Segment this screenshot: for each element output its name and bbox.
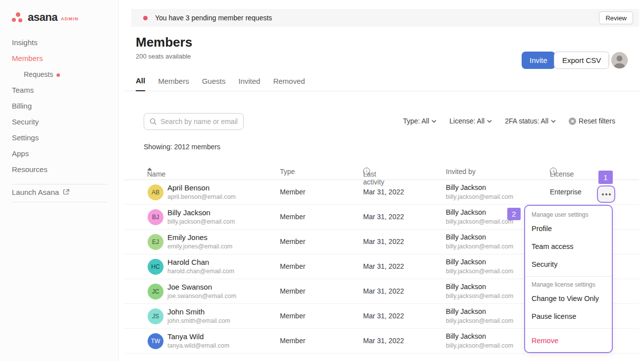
member-email: john.smith@email.com (167, 317, 230, 324)
external-link-icon (63, 189, 69, 195)
chevron-down-icon (551, 120, 556, 123)
invited-by-name: Billy Jackson (446, 283, 486, 291)
last-activity: Mar 31, 2022 (363, 287, 404, 295)
invited-by-email: billy.jackson@email.com (446, 193, 513, 200)
asana-admin-console: asana ADMIN Insights Members Requests Te… (0, 0, 644, 361)
sidebar-item-billing[interactable]: Billing (0, 98, 118, 114)
license-filter-label: License: All (449, 117, 484, 125)
member-type: Member (280, 262, 305, 270)
menu-item-security[interactable]: Security (525, 255, 612, 273)
sidebar-item-resources[interactable]: Resources (0, 162, 118, 178)
export-csv-button[interactable]: Export CSV (554, 52, 609, 69)
row-actions-button[interactable] (597, 185, 615, 203)
member-type: Member (280, 213, 305, 221)
menu-item-profile[interactable]: Profile (525, 220, 612, 238)
column-name-label: Name (147, 170, 165, 178)
admin-badge: ADMIN (61, 16, 79, 21)
review-button[interactable]: Review (599, 11, 633, 24)
tab-invited[interactable]: Invited (238, 77, 260, 91)
column-invited-by[interactable]: Invited by (446, 168, 476, 176)
brand-name: asana (28, 11, 57, 24)
type-filter-label: Type: All (403, 117, 429, 125)
invited-by-name: Billy Jackson (446, 307, 486, 315)
invite-button[interactable]: Invite (522, 52, 555, 69)
last-activity: Mar 31, 2022 (363, 188, 404, 196)
alert-dot-icon (143, 16, 148, 20)
annotation-step-1: 1 (598, 171, 613, 184)
sidebar-item-insights[interactable]: Insights (0, 35, 118, 51)
seats-available: 200 seats available (136, 53, 191, 60)
member-name: April Benson (167, 183, 210, 192)
member-email: joe.swanson@email.com (167, 293, 236, 300)
menu-item-change-to-view-only[interactable]: Change to View Only (525, 290, 612, 307)
member-name: Billy Jackson (167, 208, 211, 217)
launch-asana-label: Launch Asana (12, 188, 59, 196)
type-filter[interactable]: Type: All (403, 117, 436, 125)
member-email: tanya.wild@email.com (167, 342, 229, 349)
last-activity: Mar 31, 2022 (363, 337, 404, 345)
column-license[interactable]: Licensei (550, 168, 557, 175)
menu-item-team-access[interactable]: Team access (525, 238, 612, 255)
sidebar-nav: Insights Members Requests Teams Billing … (0, 35, 118, 178)
search-icon (150, 118, 157, 125)
filter-bar: Type: All License: All 2FA status: All ✕… (403, 117, 615, 125)
member-actions-menu: Manage user settings Profile Team access… (524, 205, 613, 353)
sidebar-item-requests[interactable]: Requests (0, 66, 118, 82)
sidebar-item-teams[interactable]: Teams (0, 82, 118, 98)
member-email: harold.chan@email.com (167, 268, 234, 275)
chevron-down-icon (431, 120, 436, 123)
menu-divider (525, 276, 612, 277)
member-name: Tanya Wild (167, 332, 204, 341)
tab-all[interactable]: All (136, 76, 145, 91)
sidebar-item-security[interactable]: Security (0, 114, 118, 130)
member-tabs: All Members Guests Invited Removed (124, 74, 639, 91)
invited-by-email: billy.jackson@email.com (446, 268, 513, 275)
user-avatar[interactable] (611, 52, 628, 68)
chevron-down-icon (487, 120, 492, 123)
column-license-label: License (550, 170, 574, 178)
avatar: BJ (148, 209, 163, 225)
banner-text: You have 3 pending member requests (155, 14, 272, 22)
member-name: Harold Chan (167, 258, 209, 266)
avatar: TW (148, 333, 163, 349)
member-email: billy.jackson@email.com (167, 218, 235, 225)
table-row-april-benson[interactable]: AB April Benson april.benson@email.com M… (124, 180, 639, 205)
sidebar-item-settings[interactable]: Settings (0, 130, 118, 146)
member-type: Member (280, 287, 305, 295)
column-name[interactable]: Name (147, 168, 152, 171)
member-name: John Smith (167, 307, 205, 316)
license-filter[interactable]: License: All (449, 117, 492, 125)
tab-members[interactable]: Members (158, 77, 189, 91)
sidebar-item-apps[interactable]: Apps (0, 146, 118, 162)
menu-item-remove[interactable]: Remove (525, 332, 612, 350)
member-email: emily.jones@email.com (167, 243, 232, 250)
menu-item-pause-license[interactable]: Pause license (525, 307, 612, 325)
twofa-filter[interactable]: 2FA status: All (505, 117, 556, 125)
last-activity: Mar 31, 2022 (363, 238, 404, 245)
tab-removed[interactable]: Removed (273, 77, 305, 91)
page-title: Members (136, 35, 192, 50)
reset-filters-label: Reset filters (579, 117, 615, 125)
tab-guests[interactable]: Guests (202, 77, 226, 91)
last-activity: Mar 31, 2022 (363, 213, 404, 221)
invited-by-email: billy.jackson@email.com (446, 218, 513, 225)
annotation-step-2: 2 (507, 208, 521, 220)
reset-filters[interactable]: ✕Reset filters (569, 117, 615, 125)
member-name: Joe Swanson (167, 283, 212, 291)
person-icon (611, 52, 628, 68)
column-type[interactable]: Type (280, 168, 295, 176)
invited-by-email: billy.jackson@email.com (446, 293, 513, 300)
invited-by-name: Billy Jackson (446, 258, 486, 266)
search-input[interactable] (161, 118, 240, 125)
invited-by-email: billy.jackson@email.com (446, 342, 513, 349)
menu-section-user-settings: Manage user settings (525, 210, 612, 220)
column-last-activity[interactable]: Last activityi (363, 168, 370, 175)
avatar: JS (148, 308, 163, 324)
clear-filters-icon: ✕ (569, 118, 576, 125)
table-header: Name Type Last activityi Invited by Lice… (124, 165, 639, 180)
member-license: Enterprise (550, 188, 582, 196)
launch-asana-link[interactable]: Launch Asana (12, 188, 69, 196)
menu-divider (525, 328, 612, 329)
sidebar-item-members[interactable]: Members (0, 51, 118, 66)
avatar: AB (148, 184, 163, 200)
